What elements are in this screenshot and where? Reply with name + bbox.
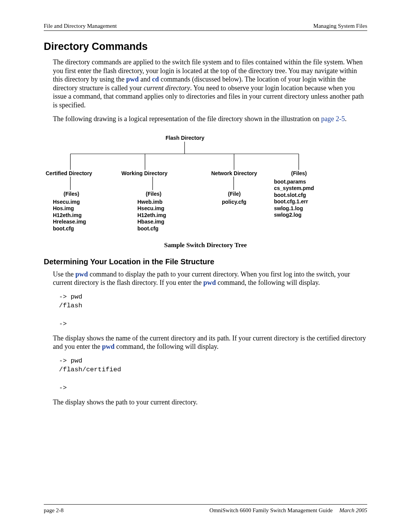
pwd-command-link[interactable]: pwd xyxy=(203,279,216,286)
current-directory-term: current directory xyxy=(143,84,190,92)
diagram-caption: Sample Switch Directory Tree xyxy=(44,241,367,249)
section-title: Directory Commands xyxy=(44,41,367,53)
paragraph-3: Use the pwd command to display the path … xyxy=(53,270,367,287)
code-block-2: -> pwd /flash/certified -> xyxy=(59,356,367,393)
paragraph-2: The following drawing is a logical repre… xyxy=(53,115,367,123)
tree-lines xyxy=(44,135,367,236)
root-files-list: boot.params cs_system.pmd boot.slot.cfg … xyxy=(274,179,314,219)
paragraph-4: The display shows the name of the curren… xyxy=(53,334,367,351)
net-file-label: (File) xyxy=(228,191,241,197)
work-files-label: (Files) xyxy=(146,191,161,197)
paragraph-1: The directory commands are applied to th… xyxy=(53,58,367,109)
net-file-list: policy.cfg xyxy=(222,199,246,206)
paragraph-5: The display shows the path to your curre… xyxy=(53,398,367,407)
root-files-label: (Files) xyxy=(291,170,307,176)
footer-guide-name: OmniSwitch 6600 Family Switch Management… xyxy=(209,507,333,513)
certified-directory-label: Certified Directory xyxy=(46,170,92,176)
header-left: File and Directory Management xyxy=(44,23,117,29)
cert-files-label: (Files) xyxy=(64,191,79,197)
cd-command-link[interactable]: cd xyxy=(152,75,159,83)
footer-date: March 2005 xyxy=(339,507,367,513)
working-directory-label: Working Directory xyxy=(121,170,167,176)
cert-files-list: Hsecu.img Hos.img H12eth.img Hrelease.im… xyxy=(53,199,86,232)
code-block-1: -> pwd /flash -> xyxy=(59,292,367,329)
footer-rule xyxy=(44,504,367,505)
pwd-command-link[interactable]: pwd xyxy=(75,270,88,278)
pwd-command-link[interactable]: pwd xyxy=(126,75,139,83)
footer-page-number: page 2-8 xyxy=(44,507,64,514)
header-right: Managing System Files xyxy=(313,23,367,29)
work-files-list: Hweb.imb Hsecu.img H12eth.img Hbase.img … xyxy=(137,199,166,232)
directory-tree-diagram: Flash Directory Certified Directory Work… xyxy=(44,135,367,236)
page-footer: page 2-8 OmniSwitch 6600 Family Switch M… xyxy=(44,504,367,514)
pwd-command-link[interactable]: pwd xyxy=(102,343,115,350)
network-directory-label: Network Directory xyxy=(211,170,257,176)
subsection-title: Determining Your Location in the File St… xyxy=(44,257,367,266)
page-header: File and Directory Management Managing S… xyxy=(44,23,367,29)
page-reference-link[interactable]: page 2-5 xyxy=(321,115,345,123)
flash-directory-label: Flash Directory xyxy=(166,135,204,141)
header-rule xyxy=(44,30,367,31)
